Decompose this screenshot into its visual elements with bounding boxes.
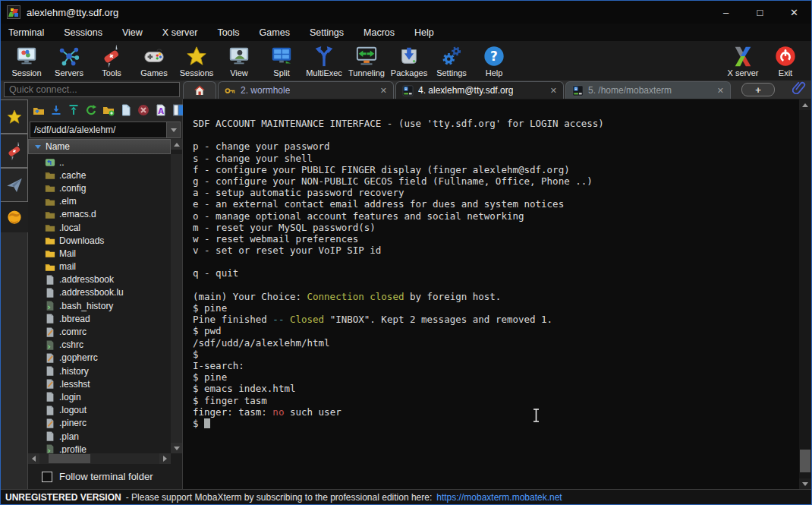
filelist-scroll-up[interactable] (171, 139, 182, 150)
tab-close-icon[interactable]: ✕ (543, 86, 557, 96)
script-icon (45, 339, 55, 351)
file-row[interactable]: .config (45, 181, 171, 194)
upload-icon[interactable] (68, 104, 80, 116)
file-row[interactable]: .bash_history (45, 299, 171, 312)
tab-close-icon[interactable]: ✕ (373, 86, 387, 96)
name-column-header[interactable]: Name (28, 139, 171, 154)
toolbar-button-settings[interactable]: Settings (430, 43, 473, 80)
menu-item-tools[interactable]: Tools (217, 27, 239, 38)
new-folder-icon[interactable] (102, 104, 115, 116)
sidebar-tab-sftp[interactable] (1, 202, 28, 232)
terminal-line: m - reset your MySQL password(s) (193, 222, 801, 233)
follow-terminal-folder-checkbox[interactable] (42, 472, 52, 482)
new-file-icon[interactable] (120, 104, 132, 116)
file-row[interactable]: .elm (45, 195, 171, 208)
tab-4-alexlehm-tty-sdf-org[interactable]: B4. alexlehm@tty.sdf.org✕ (395, 81, 564, 99)
toolbar-button-games[interactable]: Games (133, 43, 175, 80)
file-row[interactable]: .pinerc (45, 417, 171, 430)
file-row[interactable]: .gopherrc (45, 352, 171, 365)
sidebar-tab-tools[interactable] (1, 134, 28, 168)
quick-connect-input[interactable] (4, 82, 180, 97)
filelist-scrollbar[interactable] (171, 154, 182, 453)
terminal-scroll-down[interactable] (800, 478, 811, 489)
filelist-hscrollbar[interactable] (28, 453, 171, 464)
toolbar-button-packages[interactable]: Packages (388, 43, 430, 80)
file-row[interactable]: .local (45, 221, 171, 234)
terminal-area[interactable]: SDF ACCOUNT MAINTENANCE INTERFACE - (use… (183, 99, 811, 489)
menu-item-macros[interactable]: Macros (364, 27, 395, 38)
toolbar-button-exit[interactable]: Exit (764, 43, 807, 80)
toolbar-button-split[interactable]: Split (260, 43, 303, 80)
file-row[interactable]: Mail (45, 247, 171, 260)
sidebar-tab-macros[interactable] (1, 168, 28, 202)
filelist-scroll-right[interactable] (159, 453, 171, 464)
menu-item-x-server[interactable]: X server (162, 27, 198, 38)
filelist-scroll-left[interactable] (28, 453, 39, 464)
sidebar-tab-sessions[interactable] (1, 99, 28, 134)
servers-icon (58, 44, 80, 68)
menu-item-terminal[interactable]: Terminal (8, 27, 44, 38)
menu-item-games[interactable]: Games (260, 27, 290, 38)
path-dropdown[interactable]: /sdf/udd/a/alexlehm/ (30, 122, 181, 138)
terminal-line (193, 256, 801, 267)
file-row[interactable]: .lesshst (45, 377, 171, 390)
toolbar-button-servers[interactable]: Servers (48, 43, 90, 80)
toolbar-button-sessions[interactable]: Sessions (175, 43, 218, 80)
paperclip-icon[interactable] (792, 80, 807, 97)
mobaxterm-window: alexlehm@tty.sdf.org – □ ✕ TerminalSessi… (0, 0, 812, 505)
file-row[interactable]: .logout (45, 404, 171, 417)
download-icon[interactable] (50, 104, 62, 116)
maximize-button[interactable]: □ (743, 1, 777, 24)
menu-item-settings[interactable]: Settings (310, 27, 344, 38)
refresh-icon[interactable] (85, 104, 97, 116)
menu-item-help[interactable]: Help (414, 27, 434, 38)
hscroll-thumb[interactable] (49, 454, 90, 463)
edit-icon (45, 327, 55, 338)
mobatek-link[interactable]: https://mobaxterm.mobatek.net (436, 492, 562, 503)
parent-folder-icon[interactable] (33, 104, 45, 116)
terminal-scroll-up[interactable] (800, 99, 811, 110)
knife-icon (5, 142, 24, 160)
menu-item-sessions[interactable]: Sessions (64, 27, 102, 38)
file-row[interactable]: .plan (45, 430, 171, 443)
file-row[interactable]: .history (45, 365, 171, 377)
toolbar-button-session[interactable]: Session (5, 43, 48, 80)
toolbar-button-multiexec[interactable]: MultiExec (303, 43, 345, 80)
folder-dim-icon (45, 209, 55, 220)
file-row[interactable]: .login (45, 390, 171, 403)
terminal-scroll-thumb[interactable] (800, 450, 810, 472)
toolbar-button-x-server[interactable]: X server (722, 43, 764, 80)
file-row[interactable]: .bbread (45, 312, 171, 325)
filelist-scroll-down[interactable] (171, 443, 182, 453)
games-icon (143, 44, 165, 68)
path-dropdown-button[interactable] (166, 122, 180, 137)
toolbar-button-tools[interactable]: Tools (90, 43, 133, 80)
file-row[interactable]: .cache (45, 169, 171, 181)
file-row[interactable]: .addressbook.lu (45, 286, 171, 299)
terminal-line: (main) Your Choice: Connection closed by… (193, 291, 801, 302)
tab-2-wormhole[interactable]: 2. wormhole✕ (218, 81, 394, 99)
tab-5-home-mobaxterm[interactable]: B5. /home/mobaxterm✕ (565, 81, 731, 99)
tab-home[interactable] (183, 81, 216, 99)
file-row[interactable]: mail (45, 260, 171, 273)
file-row[interactable]: .emacs.d (45, 208, 171, 221)
rename-icon[interactable]: A (155, 104, 167, 116)
toolbar-button-view[interactable]: View (218, 43, 260, 80)
file-row[interactable]: .comrc (45, 325, 171, 338)
menu-item-view[interactable]: View (122, 27, 143, 38)
file-row[interactable]: .. (45, 156, 171, 169)
tab-close-icon[interactable]: ✕ (710, 86, 724, 96)
toolbar-button-help[interactable]: ?Help (473, 43, 515, 80)
toolbar-button-tunneling[interactable]: Tunneling (345, 43, 388, 80)
terminal-scrollbar[interactable] (799, 99, 811, 489)
file-row[interactable]: .addressbook (45, 273, 171, 286)
minimize-button[interactable]: – (709, 1, 743, 24)
file-row[interactable]: Downloads (45, 234, 171, 247)
new-tab-button[interactable]: + (741, 83, 775, 96)
close-button[interactable]: ✕ (777, 1, 811, 24)
delete-icon[interactable] (137, 104, 149, 116)
file-list: ...cache.config.elm.emacs.d.localDownloa… (28, 154, 171, 453)
file-row[interactable]: .cshrc (45, 339, 171, 352)
file-row[interactable]: .profile (45, 443, 171, 453)
window-title: alexlehm@tty.sdf.org (27, 7, 118, 18)
